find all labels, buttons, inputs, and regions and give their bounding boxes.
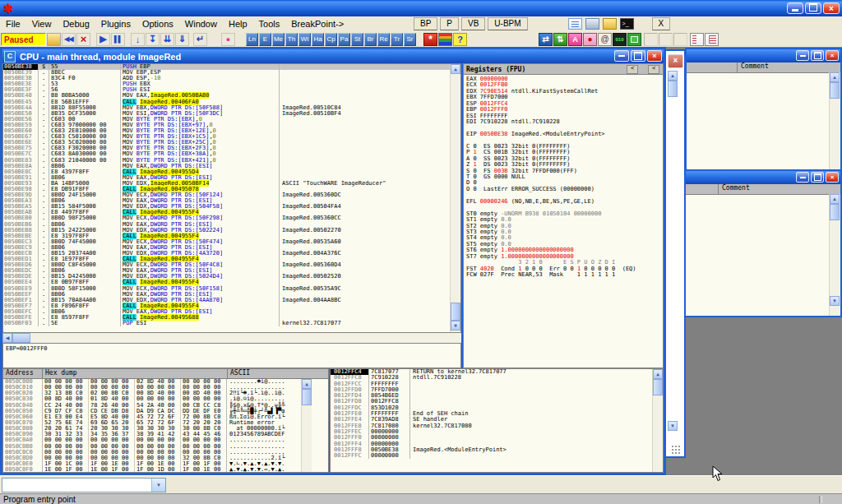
resize-grip[interactable] <box>671 445 681 455</box>
animate-into-icon[interactable]: ⇊ <box>160 33 174 46</box>
call-stack-button[interactable]: St <box>351 33 363 46</box>
scroll-thumb[interactable] <box>653 379 663 395</box>
plugin-spiral-icon[interactable]: @ <box>598 33 612 46</box>
executables-button[interactable]: E <box>259 33 271 46</box>
go-back-icon[interactable]: ◀◀ <box>62 33 76 46</box>
restore-button[interactable] <box>631 50 645 62</box>
dump-vscrollbar[interactable]: ▲ <box>301 379 312 472</box>
comment-window-2[interactable]: × Comment ▲ ▼ <box>664 169 842 317</box>
minimize-button[interactable] <box>787 2 803 14</box>
animate-over-icon[interactable]: ⇓ <box>175 33 189 46</box>
scroll-up-icon[interactable]: ▲ <box>302 379 312 389</box>
plugin-button-vb[interactable]: VB <box>461 17 485 30</box>
panel-list2-icon[interactable] <box>705 33 719 46</box>
scroll-left-icon[interactable]: ◀ <box>2 333 12 343</box>
disasm-row[interactable]: 0050BE38$55PUSH EBP <box>3 64 451 70</box>
run-icon[interactable]: ▶ <box>96 33 110 46</box>
column-headers[interactable]: Comment <box>666 184 840 195</box>
disasm-row[interactable]: 0050BE3E.53PUSH EBX <box>3 81 451 87</box>
comment-window-2-titlebar[interactable]: × <box>666 171 840 184</box>
disasm-row[interactable]: 0050BE3B.83C4 F0ADD ESP,-10 <box>3 76 451 81</box>
calc-icon[interactable] <box>585 18 599 30</box>
doc-icon[interactable] <box>568 18 582 30</box>
collapse-icon[interactable]: < <box>627 65 638 74</box>
close-button[interactable]: × <box>826 172 839 183</box>
menu-item-window[interactable]: Window <box>179 17 223 31</box>
disasm-row[interactable]: 0050BEB0.8B0D 98F25000MOV ECX,DWORD PTR … <box>3 215 451 221</box>
scroll-up-icon[interactable]: ▲ <box>668 71 678 81</box>
scroll-thumb[interactable] <box>830 82 840 99</box>
stack-pane[interactable]: 0012FFC47C817077RETURN to kernel32.7C817… <box>330 368 664 473</box>
panel-list-icon[interactable] <box>690 33 704 46</box>
menu-item-file[interactable]: File <box>0 17 26 31</box>
column-headers[interactable]: Comment <box>687 62 840 73</box>
maximize-button[interactable] <box>811 50 824 61</box>
disasm-row[interactable]: 0050BE9D.8B0D 24F15000MOV ECX,DWORD PTR … <box>3 192 451 198</box>
close-program-icon[interactable]: × <box>76 33 90 46</box>
background-window-sliver[interactable]: × ▲ ▼ <box>664 49 686 458</box>
dump-header-ascii[interactable]: ASCII <box>228 369 328 378</box>
run-trace-button[interactable]: Tr <box>391 33 403 46</box>
dump-pane[interactable]: Address Hex dump ASCII 0050C00000 00 00 … <box>2 368 329 473</box>
plugin-button-p[interactable]: P <box>440 17 459 30</box>
pause-icon[interactable]: ▌▌ <box>111 33 125 46</box>
menu-item-breakpoint[interactable]: BreakPoint-> <box>285 17 349 31</box>
combo-dropdown-icon[interactable]: ▼ <box>151 479 165 492</box>
scroll-up-icon[interactable]: ▲ <box>653 369 663 379</box>
step-over-icon[interactable]: ↧ <box>146 33 160 46</box>
stack-vscrollbar[interactable]: ▲ <box>652 369 663 472</box>
plugin-window-icon[interactable] <box>627 33 641 46</box>
cpu-titlebar[interactable]: C CPU - main thread, module ImageRed × <box>2 49 664 63</box>
scroll-thumb[interactable] <box>12 333 30 343</box>
options-gear-icon[interactable]: * <box>423 33 437 46</box>
sliver-scrollbar[interactable]: ▲ ▼ <box>668 71 678 431</box>
register-line[interactable]: T 0 GS 0000 NULL <box>464 174 663 180</box>
minimize-button[interactable] <box>796 50 809 61</box>
sliver-close-button[interactable]: × <box>668 54 683 68</box>
scroll-thumb[interactable] <box>830 204 840 220</box>
register-line[interactable]: FCW 027F Prec NEAR,53 Mask 1 1 1 1 1 1 <box>464 272 663 278</box>
disasm-row[interactable]: 0050BEC3.8B0D 74F45000MOV ECX,DWORD PTR … <box>3 239 451 245</box>
scroll-up-icon[interactable]: ▲ <box>830 72 840 82</box>
collapse-icon[interactable]: < <box>648 65 659 74</box>
menu-item-options[interactable]: Options <box>136 17 179 31</box>
stack-row[interactable]: 0012FFFC00000000 <box>331 453 653 459</box>
menu-item-plugins[interactable]: Plugins <box>95 17 136 31</box>
empty-slot-1[interactable] <box>644 33 658 46</box>
scroll-up-icon[interactable]: ▲ <box>830 194 840 204</box>
plugin-binary-icon[interactable]: 010 <box>613 33 627 46</box>
command-combobox[interactable]: ▼ <box>2 478 166 492</box>
help-icon[interactable]: ? <box>453 33 467 46</box>
plugin-button-bp[interactable]: BP <box>414 17 437 30</box>
register-line[interactable]: EDI 7C910228 ntdll.7C910228 <box>464 119 663 125</box>
source-button[interactable]: Sr <box>404 33 416 46</box>
minimize-button[interactable] <box>614 50 629 62</box>
cpu-button[interactable]: Cp <box>325 33 337 46</box>
disasm-row[interactable]: 0050BEFE.E8 8597F8FFCALL ImageRed.004956… <box>3 315 451 321</box>
minimize-button[interactable] <box>796 172 809 183</box>
disassembly-hscrollbar[interactable]: ◀ <box>2 333 461 343</box>
scroll-thumb[interactable] <box>668 81 678 97</box>
command-combobox-value[interactable] <box>2 479 151 492</box>
disasm-row[interactable]: 0050BED6.8B0D C8F45000MOV ECX,DWORD PTR … <box>3 262 451 268</box>
disasm-row[interactable]: 0050BEF7.E8 F896F8FFCALL ImageRed.004955… <box>3 303 451 309</box>
disasm-row[interactable]: 0050BE83.C683 21040000 00MOV BYTE PTR DS… <box>3 158 451 164</box>
dump-header-hex[interactable]: Hex dump <box>43 369 228 378</box>
empty-slot-2[interactable] <box>659 33 673 46</box>
menu-item-debug[interactable]: Debug <box>57 17 95 31</box>
menu-item-tools[interactable]: Tools <box>253 17 286 31</box>
dump-header-address[interactable]: Address <box>3 369 43 378</box>
disasm-row[interactable]: 0050BEE9.8B0D 58F15000MOV ECX,DWORD PTR … <box>3 286 451 292</box>
memory-map-button[interactable]: Me <box>272 33 285 46</box>
comment-window-2-scrollbar[interactable]: ▲ ▼ <box>829 194 840 316</box>
windows-button[interactable]: Wi <box>298 33 311 46</box>
threads-button[interactable]: Th <box>285 33 298 46</box>
menu-item-view[interactable]: View <box>26 17 58 31</box>
breakpoints-button[interactable]: Br <box>364 33 377 46</box>
scroll-up-icon[interactable]: ▲ <box>451 64 460 74</box>
scroll-thumb[interactable] <box>451 303 460 321</box>
plugin-updown-icon[interactable]: ⇅ <box>553 33 567 46</box>
plugin-a-icon[interactable]: A <box>568 33 582 46</box>
disassembly-vscrollbar[interactable]: ▲ ▼ <box>450 64 460 332</box>
plugin-dot-icon[interactable]: ● <box>583 33 597 46</box>
